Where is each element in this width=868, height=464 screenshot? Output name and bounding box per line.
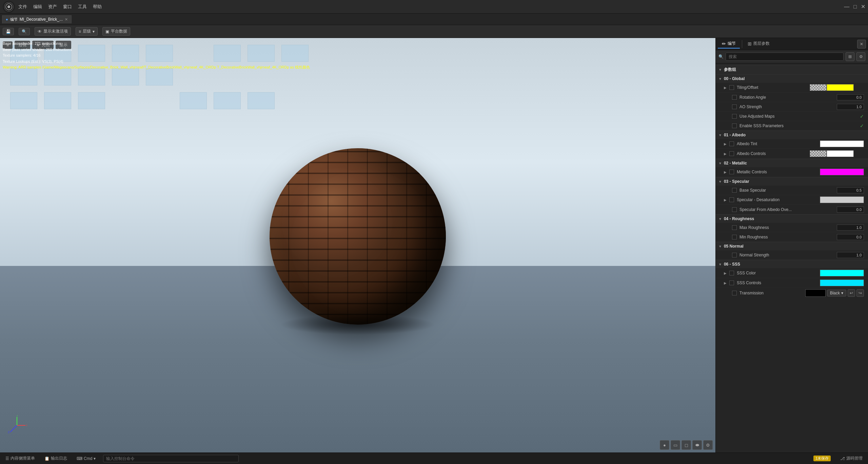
sss-color-expand[interactable]: ▶ [724, 271, 727, 275]
source-control-btn[interactable]: ⎇ 源码管理 [838, 455, 865, 462]
ao-label: AO Strength [739, 104, 834, 109]
albedo-tint-expand[interactable]: ▶ [724, 142, 727, 146]
transmission-checkbox[interactable] [732, 291, 737, 295]
output-log-btn[interactable]: 📋 输出日志 [42, 455, 69, 462]
specular-albedo-checkbox[interactable] [732, 207, 737, 212]
albedo-ctrl-swatch2[interactable] [827, 150, 854, 157]
editor-tab-label: 编节 [728, 41, 736, 46]
tab-close-icon[interactable]: ✕ [65, 17, 68, 22]
albedo-tint-checkbox[interactable] [729, 141, 734, 146]
sss-color-checkbox[interactable] [729, 271, 734, 275]
maximize-btn[interactable]: □ [853, 4, 857, 10]
settings-icon-btn[interactable]: ⚙ [703, 440, 713, 450]
menu-help[interactable]: 帮助 [93, 4, 102, 10]
tiling-expand[interactable]: ▶ [724, 86, 727, 90]
group-sss-header[interactable]: ▼ 06 - SSS [716, 260, 868, 268]
min-rough-checkbox[interactable] [732, 235, 737, 239]
menu-file[interactable]: 文件 [18, 4, 27, 10]
sss-ctrl-checkbox[interactable] [729, 281, 734, 285]
specular-desat-expand[interactable]: ▶ [724, 198, 727, 202]
tabbar: ● 编节 MI_Decorative_Brick_... ✕ [0, 14, 868, 25]
sss-enable-checkbox[interactable] [732, 123, 737, 128]
transmission-redo-btn[interactable]: ↪ [856, 289, 864, 297]
params-panel[interactable]: ▼ 参数组 ▼ 00 - Global ▶ Tiling/Offset [716, 63, 868, 452]
albedo-ctrl-swatch1[interactable] [810, 150, 827, 157]
sss-ctrl-swatch[interactable] [820, 279, 864, 286]
max-rough-checkbox[interactable] [732, 225, 737, 230]
tiling-swatch1[interactable] [810, 84, 827, 91]
group-albedo-label: 01 - Albedo [724, 133, 746, 137]
albedo-ctrl-expand[interactable]: ▶ [724, 152, 727, 156]
specular-desat-checkbox[interactable] [729, 197, 734, 202]
titlebar: 文件 编辑 资产 窗口 工具 帮助 — □ ✕ [0, 0, 868, 14]
minimize-btn[interactable]: — [844, 4, 849, 10]
group-global-header[interactable]: ▼ 00 - Global [716, 74, 868, 83]
ao-checkbox[interactable] [732, 104, 737, 109]
search-input[interactable] [726, 53, 844, 61]
building-window [78, 92, 105, 109]
param-group-header-main[interactable]: ▼ 参数组 [716, 65, 868, 74]
menu-window[interactable]: 窗口 [63, 4, 72, 10]
base-specular-checkbox[interactable] [732, 188, 737, 193]
save-btn[interactable]: 💾 [3, 28, 14, 35]
tab-label: 编节 [10, 17, 18, 22]
tab-editor[interactable]: ✏ 编节 [718, 39, 740, 49]
group-normal-header[interactable]: ▼ 05 Normal [716, 242, 868, 250]
viewport[interactable]: ≡ 透视 ☀ 光照 显示 Base pass shader: 271 instr… [0, 38, 715, 452]
unsaved-badge: 1未保存 [813, 456, 831, 461]
group-roughness-header[interactable]: ▼ 04 - Roughness [716, 214, 868, 223]
param-sss-color: ▶ SSS Color [716, 268, 868, 278]
content-menu-btn[interactable]: ☰ 内容侧滑菜单 [3, 455, 37, 462]
albedo-tint-swatch[interactable] [820, 140, 864, 147]
albedo-ctrl-checkbox[interactable] [729, 151, 734, 156]
menu-assets[interactable]: 资产 [48, 4, 57, 10]
display-inactive-btn[interactable]: 👁 显示未激活项 [35, 27, 71, 36]
close-btn[interactable]: ✕ [861, 3, 865, 10]
plane-icon-btn[interactable]: ▭ [671, 440, 680, 450]
rotation-checkbox[interactable] [732, 95, 737, 100]
specular-desat-swatch[interactable] [820, 196, 864, 203]
param-albedo-controls: ▶ Albedo Controls [716, 149, 868, 159]
normal-strength-checkbox[interactable] [732, 253, 737, 257]
sphere-icon-btn[interactable]: ● [660, 440, 669, 450]
cmd-btn[interactable]: ⌨ Cmd ▾ [75, 456, 98, 462]
sss-ctrl-expand[interactable]: ▶ [724, 281, 727, 285]
tab-filename: MI_Decorative_Brick_... [20, 17, 63, 22]
menu-edit[interactable]: 编辑 [33, 4, 42, 10]
grid-view-btn[interactable]: ⊞ [846, 52, 854, 61]
metallic-ctrl-swatch[interactable] [820, 169, 864, 175]
tiling-checkbox[interactable] [729, 85, 734, 90]
rotation-value[interactable] [837, 94, 864, 100]
group-albedo-header[interactable]: ▼ 01 - Albedo [716, 131, 868, 139]
base-specular-value[interactable] [837, 187, 864, 193]
transmission-dropdown[interactable]: Black ▾ [827, 290, 846, 296]
transmission-swatch[interactable] [805, 289, 826, 297]
tab-layer-params[interactable]: ⊞ 图层参数 [744, 39, 774, 49]
transmission-undo-btn[interactable]: ↩ [848, 289, 855, 297]
normal-strength-value[interactable] [837, 252, 864, 258]
albedo-ctrl-value [810, 150, 864, 157]
metallic-ctrl-expand[interactable]: ▶ [724, 170, 727, 174]
find-btn[interactable]: 🔍 [19, 28, 30, 35]
adjusted-checkbox[interactable] [732, 114, 737, 119]
unsaved-btn[interactable]: 1未保存 [811, 455, 833, 462]
right-panel: ✏ 编节 ⊞ 图层参数 ✕ 🔍 ⊞ ⚙ ▼ 参数组 [715, 38, 868, 452]
group-specular-header[interactable]: ▼ 03 - Specular [716, 177, 868, 186]
editor-tab[interactable]: ● 编节 MI_Decorative_Brick_... ✕ [2, 15, 72, 23]
tiling-swatch2[interactable] [827, 84, 854, 91]
cube-icon-btn[interactable]: ◻ [682, 440, 691, 450]
cylinder-icon-btn[interactable]: ⬬ [692, 440, 702, 450]
sss-color-swatch[interactable] [820, 270, 864, 276]
max-rough-value[interactable] [837, 225, 864, 231]
settings-btn[interactable]: ⚙ [856, 52, 865, 61]
layers-btn[interactable]: ≡ 层级 ▾ [76, 27, 98, 36]
menu-tools[interactable]: 工具 [78, 4, 87, 10]
console-input[interactable] [103, 455, 239, 462]
group-metallic-header[interactable]: ▼ 02 - Metallic [716, 159, 868, 167]
platform-btn[interactable]: ▣ 平台数据 [102, 27, 130, 36]
ao-value[interactable] [837, 104, 864, 110]
specular-albedo-value[interactable] [837, 207, 864, 213]
panel-close-btn[interactable]: ✕ [857, 40, 866, 49]
min-rough-value[interactable] [837, 234, 864, 240]
metallic-ctrl-checkbox[interactable] [729, 170, 734, 174]
